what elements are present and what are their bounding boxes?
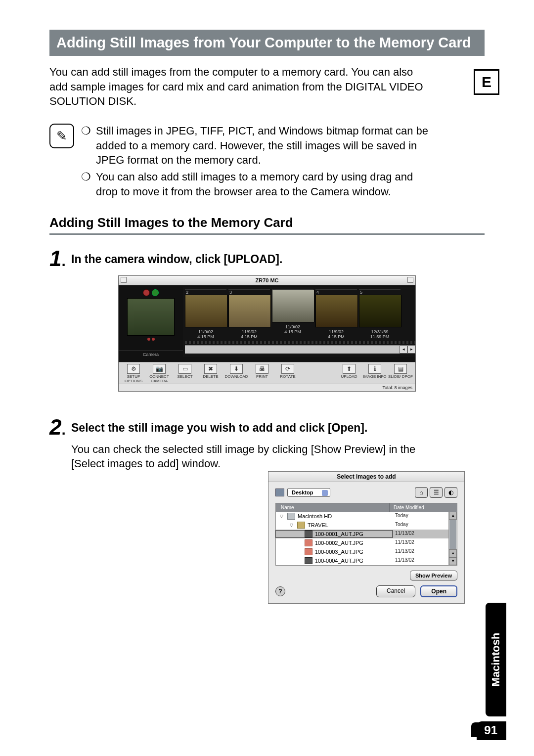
open-button[interactable]: Open (420, 585, 457, 597)
section-tab-macintosh: Macintosh (486, 603, 506, 716)
scroll-thumb[interactable] (449, 520, 456, 549)
camera-section-label: Camera (119, 351, 183, 357)
step-1-dot: . (61, 253, 65, 269)
file-list-header: Name Date Modified (276, 503, 457, 512)
jpg-icon (305, 539, 312, 546)
connect-camera-button[interactable]: 📷CONNECT CAMERA (146, 363, 172, 383)
col-date[interactable]: Date Modified (390, 503, 457, 512)
list-item[interactable]: 100-0002_AUT.JPG 11/13/02 (276, 538, 448, 547)
camera-titlebar: ZR70 MC (119, 276, 415, 285)
thumb-index: 4 (315, 289, 357, 295)
status-icon (152, 289, 159, 296)
disclosure-icon[interactable]: ▽ (290, 523, 295, 528)
upload-button[interactable]: ⬆UPLOAD (336, 363, 362, 383)
location-dropdown[interactable]: Desktop (287, 488, 330, 497)
dialog-title: Select images to add (268, 472, 464, 482)
thumb-date: 11/9/02 (272, 324, 313, 329)
thumb-image[interactable] (272, 290, 314, 322)
slide-icon: ▤ (394, 364, 407, 374)
list-item[interactable]: 100-0001_AUT.JPG 11/13/02 (276, 530, 448, 538)
thumb-scrollbar[interactable]: ◂ ▸ (185, 345, 415, 354)
image-info-button[interactable]: ℹIMAGE INFO (362, 363, 388, 383)
list-item[interactable]: ▽Macintosh HD Today (276, 512, 448, 521)
camera-status-bar: Total: 8 images (119, 384, 415, 391)
language-tab: E (474, 69, 499, 95)
thumb-time: 4:15 PM (228, 334, 270, 339)
film-strip-decor (185, 341, 415, 344)
list-item[interactable]: 100-0004_AUT.JPG 11/13/02 (276, 556, 448, 565)
camera-toolbar: ⚙SETUP OPTIONS 📷CONNECT CAMERA ▭SELECT ✖… (119, 362, 415, 384)
download-button[interactable]: ⬇DOWNLOAD (223, 363, 249, 383)
thumb-time: 4:15 PM (315, 334, 357, 339)
thumb-image[interactable] (315, 295, 358, 327)
note-1: Still images in JPEG, TIFF, PICT, and Wi… (96, 124, 437, 168)
window-zoom-icon[interactable] (407, 277, 413, 283)
step-2-title: Select the still image you wish to add a… (71, 416, 367, 438)
scroll-left-icon[interactable]: ◂ (400, 346, 407, 354)
scroll-up-icon[interactable]: ▴ (449, 512, 457, 520)
bullet-mark: ❍ (81, 170, 91, 199)
thumbnail[interactable]: 2 11/9/02 4:15 PM (185, 289, 226, 339)
window-close-icon[interactable] (121, 277, 127, 283)
file-list-scrollbar[interactable]: ▴ ▴ ▾ (448, 512, 457, 565)
step-2-number: 2 (49, 415, 61, 439)
camera-window-title: ZR70 MC (255, 277, 278, 283)
scroll-down-icon[interactable]: ▾ (449, 557, 457, 565)
scroll-right-icon[interactable]: ▸ (407, 346, 415, 354)
camera-window: ZR70 MC Camera 2 (118, 275, 416, 392)
setup-options-button[interactable]: ⚙SETUP OPTIONS (121, 363, 146, 383)
file-date: Today (392, 513, 448, 520)
thumb-date: 12/31/69 (359, 329, 400, 334)
thumb-image[interactable] (359, 295, 401, 327)
scroll-up-icon[interactable]: ▴ (449, 549, 457, 557)
intro-text: You can add still images from the comput… (49, 65, 425, 109)
download-icon: ⬇ (230, 364, 243, 374)
hd-icon (287, 513, 295, 520)
nav-recent-icon[interactable]: ◐ (445, 487, 457, 498)
thumb-time: 4:15 PM (185, 334, 226, 339)
bullet-mark: ❍ (81, 124, 91, 168)
rotate-button[interactable]: ⟳ROTATE (275, 363, 301, 383)
thumbnail[interactable]: 5 12/31/69 11:59 PM (359, 289, 400, 339)
current-image[interactable] (127, 298, 175, 336)
thumbnail[interactable]: 11/9/02 4:15 PM (272, 289, 313, 339)
cancel-button[interactable]: Cancel (376, 585, 415, 597)
col-name[interactable]: Name (276, 503, 390, 512)
subheading: Adding Still Images to the Memory Card (49, 215, 485, 235)
nav-up-icon[interactable]: ⌂ (415, 487, 428, 498)
thumb-index: 3 (228, 289, 270, 295)
thumbnail-strip: 2 11/9/02 4:15 PM 3 11/9/02 4:15 PM (183, 287, 415, 357)
help-icon[interactable]: ? (275, 586, 285, 596)
disclosure-icon[interactable]: ▽ (280, 514, 285, 519)
thumb-date: 11/9/02 (315, 329, 357, 334)
thumb-image[interactable] (185, 295, 227, 327)
select-button[interactable]: ▭SELECT (172, 363, 198, 383)
upload-icon: ⬆ (343, 364, 356, 374)
step-2-dot: . (61, 421, 65, 438)
nav-favorites-icon[interactable]: ☰ (430, 487, 443, 498)
step-2-body: You can check the selected still image b… (71, 442, 437, 471)
note-icon: ✎ (49, 124, 74, 148)
list-item[interactable]: 100-0003_AUT.JPG 11/13/02 (276, 547, 448, 556)
thumb-date: 11/9/02 (228, 329, 270, 334)
slide-dpof-button[interactable]: ▤SLIDE/ DPOF (388, 363, 413, 383)
delete-icon: ✖ (204, 364, 217, 374)
thumb-image[interactable] (228, 295, 271, 327)
thumbnail[interactable]: 3 11/9/02 4:15 PM (228, 289, 270, 339)
gear-icon: ⚙ (127, 364, 140, 374)
print-button[interactable]: 🖶PRINT (249, 363, 275, 383)
jpg-icon (305, 531, 312, 537)
file-date: 11/13/02 (392, 539, 448, 546)
thumb-time: 11:59 PM (359, 334, 400, 339)
list-item[interactable]: ▽TRAVEL Today (276, 521, 448, 530)
show-preview-button[interactable]: Show Preview (410, 571, 457, 580)
page-title: Adding Still Images from Your Computer t… (49, 30, 485, 56)
thumbnail[interactable]: 4 11/9/02 4:15 PM (315, 289, 357, 339)
thumb-index: 5 (359, 289, 400, 295)
delete-button[interactable]: ✖DELETE (198, 363, 223, 383)
note-2: You can also add still images to a memor… (96, 170, 437, 199)
note-block: ✎ ❍ Still images in JPEG, TIFF, PICT, an… (49, 124, 485, 201)
file-date: 11/13/02 (392, 531, 448, 537)
jpg-icon (305, 548, 312, 555)
desktop-icon (275, 489, 284, 496)
